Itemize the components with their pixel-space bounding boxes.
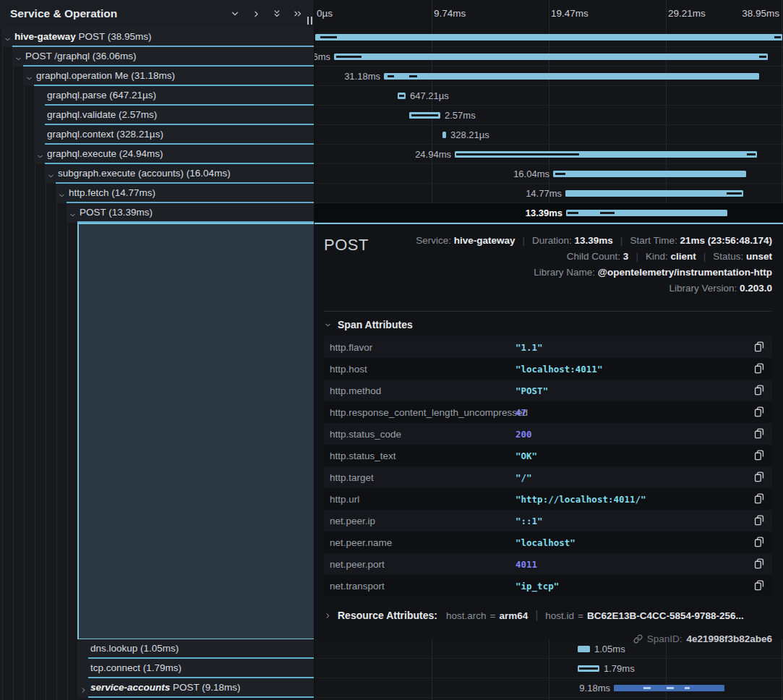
timeline-row[interactable]: 36.06ms xyxy=(315,47,783,67)
timeline-row[interactable]: 24.94ms xyxy=(315,145,783,164)
attr-value: "OK" xyxy=(515,451,537,461)
span-title: POST xyxy=(324,236,369,255)
timeline-row[interactable]: 14.77ms xyxy=(315,184,783,203)
ruler-tick-label: 19.47ms xyxy=(551,8,589,19)
meta-label: Service: xyxy=(416,235,454,246)
attr-key: http.target xyxy=(330,472,374,483)
tree-row[interactable]: graphql.context (328.21µs) xyxy=(0,125,314,145)
tree-row[interactable]: hive-gateway POST (38.95ms) xyxy=(0,27,314,47)
span-bar-mark xyxy=(388,75,394,77)
tree-row[interactable]: service-accounts POST (9.18ms) xyxy=(0,678,314,698)
timeline-row[interactable]: 16.04ms xyxy=(315,164,783,184)
double-chevron-down-icon[interactable] xyxy=(271,8,283,20)
panel-divider[interactable] xyxy=(314,0,315,700)
copy-icon[interactable] xyxy=(754,515,765,526)
chevron-down-icon[interactable] xyxy=(25,72,33,80)
attr-row: http.url"http://localhost:4011/" xyxy=(324,488,772,510)
tree-row[interactable]: tcp.connect (1.79ms) xyxy=(0,659,314,678)
chevron-down-icon[interactable] xyxy=(14,53,22,61)
chevron-right-icon[interactable] xyxy=(250,8,262,20)
chevron-down-icon[interactable] xyxy=(58,189,66,197)
copy-icon[interactable] xyxy=(754,580,765,592)
timeline-rows-bottom: 1.05ms1.79ms9.18ms xyxy=(315,639,783,698)
timeline-row[interactable]: 38.95ms xyxy=(315,27,783,47)
timeline-row[interactable]: 9.18ms xyxy=(315,678,783,698)
duration-label: 16.04ms xyxy=(513,164,549,184)
tree-row[interactable]: POST (13.39ms) xyxy=(0,203,314,223)
tree-row[interactable]: dns.lookup (1.05ms) xyxy=(0,639,314,659)
link-icon[interactable] xyxy=(633,634,643,644)
attr-value: "ip_tcp" xyxy=(515,581,559,592)
double-chevron-right-icon[interactable] xyxy=(292,8,304,20)
copy-icon[interactable] xyxy=(754,428,765,440)
copy-icon[interactable] xyxy=(754,385,765,396)
span-bar[interactable] xyxy=(334,54,768,60)
tree-row[interactable]: graphql.validate (2.57ms) xyxy=(0,106,314,125)
copy-icon[interactable] xyxy=(754,493,765,505)
span-bar[interactable] xyxy=(442,132,446,138)
tree-header-actions xyxy=(229,8,304,20)
meta-label: Library Name: xyxy=(534,267,598,278)
duration-label: 13.39ms xyxy=(526,203,562,223)
chevron-right-icon[interactable] xyxy=(80,684,87,692)
copy-icon[interactable] xyxy=(754,558,765,570)
tree-row[interactable]: POST /graphql (36.06ms) xyxy=(0,47,314,67)
tree-row[interactable]: graphql.execute (24.94ms) xyxy=(0,145,314,164)
trace-viewer: Service & Operation hive-gateway POST (3… xyxy=(0,0,783,700)
panel-resize-grip[interactable] xyxy=(307,17,312,25)
chevron-down-icon[interactable] xyxy=(69,209,77,217)
timeline-row[interactable]: 328.21µs xyxy=(315,125,783,145)
span-meta: Service: hive-gateway|Duration: 13.39ms|… xyxy=(324,233,772,294)
attr-row: net.peer.port4011 xyxy=(324,553,772,575)
copy-icon[interactable] xyxy=(754,406,765,418)
duration-label: 24.94ms xyxy=(415,145,451,164)
span-name: http.fetch (14.77ms) xyxy=(69,184,155,202)
meta-value: 21ms (23:56:48.174) xyxy=(680,235,772,246)
resource-attr-key: host.arch xyxy=(446,610,487,621)
span-detail-panel: POST Service: hive-gateway|Duration: 13.… xyxy=(315,223,783,639)
copy-icon[interactable] xyxy=(754,537,765,548)
chevron-down-icon[interactable] xyxy=(36,150,44,158)
span-tree-panel: Service & Operation hive-gateway POST (3… xyxy=(0,0,314,700)
span-bar[interactable] xyxy=(578,646,590,652)
span-attributes-header[interactable]: Span Attributes xyxy=(324,313,772,336)
span-id-label: SpanID: xyxy=(647,633,683,644)
copy-icon[interactable] xyxy=(754,471,765,483)
copy-icon[interactable] xyxy=(754,363,765,375)
tree-row[interactable]: graphql.operation Me (31.18ms) xyxy=(0,67,314,86)
span-bar-mark xyxy=(727,192,742,195)
span-name: tcp.connect (1.79ms) xyxy=(90,659,181,678)
tree-row[interactable]: http.fetch (14.77ms) xyxy=(0,184,314,203)
attr-row: net.transport"ip_tcp" xyxy=(324,575,772,597)
chevron-down-icon[interactable] xyxy=(229,8,241,20)
attr-value: "http://localhost:4011/" xyxy=(515,494,646,505)
span-name: hive-gateway POST (38.95ms) xyxy=(14,27,152,46)
span-bar[interactable] xyxy=(565,190,743,197)
span-bar-mark xyxy=(579,667,598,670)
tree-row[interactable]: graphql.parse (647.21µs) xyxy=(0,86,314,106)
timeline-row[interactable]: 1.79ms xyxy=(315,659,783,678)
timeline-row[interactable]: 2.57ms xyxy=(315,106,783,125)
timeline-row[interactable]: 647.21µs xyxy=(315,86,783,106)
span-id-value: 4e21998f3b82abe6 xyxy=(686,633,772,644)
chevron-down-icon xyxy=(324,321,332,329)
chevron-down-icon[interactable] xyxy=(4,33,12,41)
span-bar[interactable] xyxy=(566,210,727,216)
timeline-row[interactable]: 31.18ms xyxy=(315,67,783,86)
copy-icon[interactable] xyxy=(754,341,765,353)
span-bar[interactable] xyxy=(553,171,746,177)
span-bar[interactable] xyxy=(315,34,782,40)
resource-attributes-items: host.arch=arm64|host.id=BC62E13B-C4CC-58… xyxy=(446,609,744,622)
chevron-down-icon[interactable] xyxy=(47,170,55,178)
timeline-row[interactable]: 13.39ms xyxy=(315,203,783,223)
span-name: graphql.context (328.21µs) xyxy=(47,125,163,144)
duration-label: 647.21µs xyxy=(410,86,449,106)
span-id-row: SpanID: 4e21998f3b82abe6 xyxy=(324,631,772,646)
tree-row[interactable]: subgraph.execute (accounts) (16.04ms) xyxy=(0,164,314,184)
span-bar[interactable] xyxy=(384,73,759,80)
duration-label: 2.57ms xyxy=(445,106,476,125)
copy-icon[interactable] xyxy=(754,450,765,461)
timeline-rows: 38.95ms36.06ms31.18ms647.21µs2.57ms328.2… xyxy=(315,27,783,223)
attr-row: http.method"POST" xyxy=(324,380,772,401)
resource-attributes-row[interactable]: Resource Attributes: host.arch=arm64|hos… xyxy=(324,607,772,624)
